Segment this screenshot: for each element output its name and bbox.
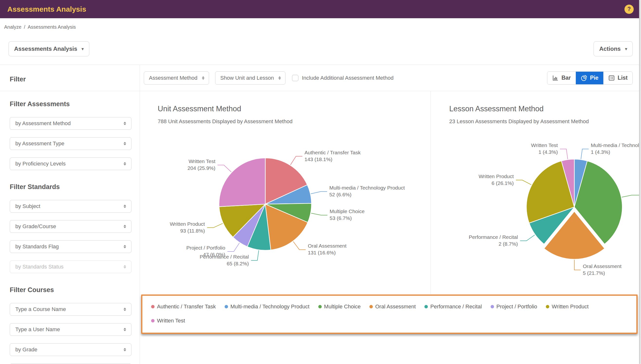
legend-item-oral-assessment: Oral Assessment bbox=[369, 304, 416, 310]
pie-label-value: 5 (21.7%) bbox=[583, 270, 605, 276]
sort-arrows-icon bbox=[123, 141, 127, 146]
chart-view-toggle: BarPieList bbox=[547, 72, 633, 84]
charts-row: Unit Assessment Method 788 Unit Assessme… bbox=[140, 91, 639, 294]
pie-label-value: 93 (11.8%) bbox=[180, 228, 205, 234]
checkbox-label: Include Additional Assessment Method bbox=[302, 75, 393, 81]
pie-label-name: Written Test bbox=[531, 142, 558, 148]
pie-label-name: Multi-media / Technology Product bbox=[591, 142, 639, 148]
actions-dropdown[interactable]: Actions ▾ bbox=[593, 41, 633, 56]
pie-label-value: 131 (16.6%) bbox=[308, 250, 336, 256]
filter-field-by-assessment-type[interactable]: by Assessment Type bbox=[10, 137, 131, 150]
sort-arrows-icon bbox=[123, 327, 127, 332]
pie-label-name: Oral Assessment bbox=[308, 243, 347, 248]
report-selector-dropdown[interactable]: Assessments Analysis ▾ bbox=[9, 41, 89, 56]
assessment-method-dropdown[interactable]: Assessment Method bbox=[144, 72, 209, 84]
sort-arrows-icon bbox=[123, 161, 127, 166]
breadcrumb: Analyze / Assessments Analysis bbox=[0, 18, 639, 33]
pie-label-leader-line bbox=[622, 195, 639, 197]
pie-label-leader-line bbox=[293, 242, 306, 250]
legend-dot-icon bbox=[151, 305, 154, 308]
page-title: Assessments Analysis bbox=[7, 5, 86, 13]
sort-arrows-icon bbox=[123, 224, 127, 229]
pie-label-leader-line bbox=[581, 149, 589, 159]
filter-field-by-assessment-method[interactable]: by Assessment Method bbox=[10, 117, 131, 130]
pie-label-name: Performance / Recital bbox=[469, 234, 518, 240]
breadcrumb-analyze-link[interactable]: Analyze bbox=[4, 24, 22, 30]
filter-courses-section: Filter Courses Type a Course NameType a … bbox=[10, 286, 131, 364]
chevron-down-icon: ▾ bbox=[82, 46, 84, 52]
legend-dot-icon bbox=[491, 305, 494, 308]
assessments-analysis-page: Assessments Analysis ? Analyze / Assessm… bbox=[0, 0, 639, 364]
chart-legend-highlighted: Authentic / Transfer TaskMulti-media / T… bbox=[141, 294, 637, 334]
legend-item-project-portfolio: Project / Portfolio bbox=[491, 304, 537, 310]
filter-field-label: by Proficiency Levels bbox=[15, 160, 66, 167]
actions-label: Actions bbox=[599, 46, 620, 52]
pie-label-value: 1 (4.3%) bbox=[591, 149, 610, 155]
filter-field-label: Type a User Name bbox=[15, 326, 60, 333]
filter-field-type-a-user-name[interactable]: Type a User Name bbox=[10, 323, 131, 336]
filter-field-by-standards-flag[interactable]: by Standards Flag bbox=[10, 240, 131, 253]
lesson-pie-chart[interactable]: Multi-media / Technology Product1 (4.3%)… bbox=[431, 91, 639, 294]
pie-label-name: Written Product bbox=[479, 174, 514, 179]
pie-label-name: Written Test bbox=[189, 158, 215, 164]
page-toolbar: Assessments Analysis ▾ Actions ▾ bbox=[0, 33, 639, 65]
help-button[interactable]: ? bbox=[624, 4, 634, 14]
pie-label-value: 53 (6.7%) bbox=[330, 215, 352, 221]
legend-dot-icon bbox=[369, 305, 373, 308]
pie-label-value: 6 (26.1%) bbox=[492, 180, 514, 186]
filter-field-by-grade-course[interactable]: by Grade/Course bbox=[10, 220, 131, 233]
legend-item-multiple-choice: Multiple Choice bbox=[318, 304, 361, 310]
sort-arrows-icon bbox=[123, 264, 127, 270]
include-additional-method-checkbox[interactable]: Include Additional Assessment Method bbox=[292, 75, 393, 81]
legend-dot-icon bbox=[546, 305, 549, 308]
legend-dot-icon bbox=[225, 305, 228, 308]
legend-item-authentic-transfer-task: Authentic / Transfer Task bbox=[151, 304, 216, 310]
legend-dot-icon bbox=[151, 319, 154, 322]
list-icon bbox=[608, 75, 615, 81]
legend-item-written-product: Written Product bbox=[546, 304, 588, 310]
pie-chart-icon bbox=[581, 75, 587, 81]
filter-field-by-proficiency-levels[interactable]: by Proficiency Levels bbox=[10, 158, 131, 170]
legend-item-performance-recital: Performance / Recital bbox=[424, 304, 482, 310]
pie-slice-written-test[interactable] bbox=[219, 158, 265, 207]
pie-label-leader-line bbox=[218, 165, 232, 172]
unit-pie-chart[interactable]: Authentic / Transfer Task143 (18.1%)Mult… bbox=[140, 91, 431, 294]
pie-label-name: Multiple Choice bbox=[330, 208, 365, 214]
view-toggle-bar-button[interactable]: Bar bbox=[547, 72, 575, 84]
pie-label-leader-line bbox=[207, 223, 223, 228]
pie-label-name: Oral Assessment bbox=[583, 264, 621, 269]
view-toggle-pie-button[interactable]: Pie bbox=[576, 72, 603, 84]
pie-label-name: Authentic / Transfer Task bbox=[304, 150, 361, 155]
filter-panel-title: Filter bbox=[0, 65, 140, 91]
filter-field-label: by Assessment Type bbox=[15, 140, 64, 147]
view-toggle-list-button[interactable]: List bbox=[603, 72, 632, 84]
filter-field-by-standards-status[interactable]: by Standards Status bbox=[10, 260, 131, 273]
filter-field-label: by Grade/Course bbox=[15, 223, 56, 230]
show-unit-lesson-dropdown[interactable]: Show Unit and Lesson bbox=[215, 72, 285, 84]
legend-dot-icon bbox=[318, 305, 322, 308]
filter-field-type-a-course-name[interactable]: Type a Course Name bbox=[10, 303, 131, 316]
filter-field-by-subject[interactable]: by Subject bbox=[10, 200, 131, 212]
legend-item-written-test: Written Test bbox=[151, 318, 185, 324]
filter-standards-section: Filter Standards by Subjectby Grade/Cour… bbox=[10, 183, 131, 273]
bar-chart-icon bbox=[552, 75, 558, 81]
breadcrumb-current: Assessments Analysis bbox=[28, 24, 76, 30]
pie-label-value: 1 (4.3%) bbox=[539, 149, 558, 155]
filter-field-label: by Assessment Method bbox=[15, 120, 71, 126]
pie-label-leader-line bbox=[574, 260, 581, 270]
sort-arrows-icon bbox=[123, 121, 127, 126]
filter-field-by-grade[interactable]: by Grade bbox=[10, 343, 131, 356]
question-mark-icon: ? bbox=[627, 6, 631, 12]
filter-field-label: Type a Course Name bbox=[15, 306, 66, 312]
pie-label-value: 52 (6.6%) bbox=[329, 192, 351, 197]
pie-label-name: Multi-media / Technology Product bbox=[329, 185, 405, 190]
filter-section-heading: Filter Assessments bbox=[10, 100, 131, 108]
legend-item-multi-media-technology-product: Multi-media / Technology Product bbox=[225, 304, 310, 310]
pie-label-leader-line bbox=[311, 213, 327, 215]
pie-label-name: Project / Portfolio bbox=[186, 245, 225, 250]
pie-label-leader-line bbox=[291, 156, 303, 165]
pie-label-leader-line bbox=[251, 250, 259, 260]
sort-arrows-icon bbox=[123, 307, 127, 312]
sort-arrows-icon bbox=[123, 347, 127, 352]
pie-label-leader-line bbox=[516, 180, 531, 185]
